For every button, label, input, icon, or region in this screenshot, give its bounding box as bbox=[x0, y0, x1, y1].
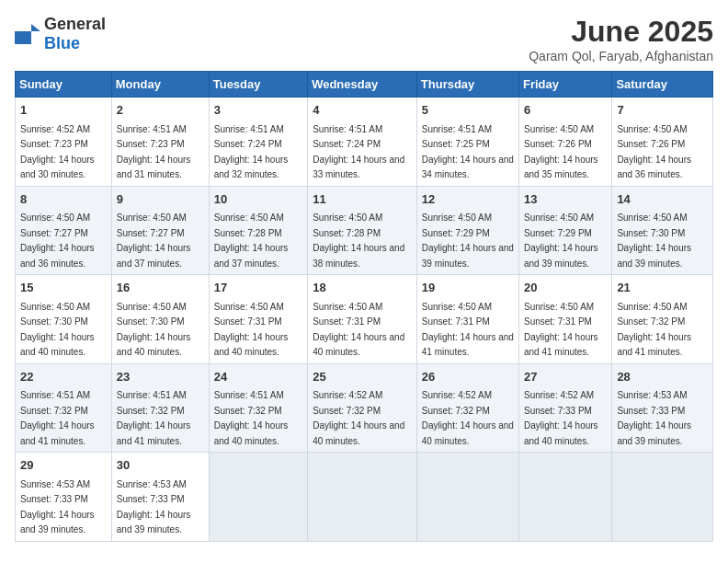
location-subtitle: Qaram Qol, Faryab, Afghanistan bbox=[529, 49, 713, 63]
day-info: Sunrise: 4:51 AMSunset: 7:32 PMDaylight:… bbox=[20, 390, 95, 446]
day-number: 29 bbox=[20, 456, 107, 475]
day-number: 15 bbox=[20, 279, 107, 297]
day-number: 28 bbox=[617, 368, 708, 386]
day-info: Sunrise: 4:50 AMSunset: 7:31 PMDaylight:… bbox=[313, 302, 404, 358]
day-number: 9 bbox=[117, 190, 204, 209]
calendar-week-2: 8 Sunrise: 4:50 AMSunset: 7:27 PMDayligh… bbox=[16, 186, 713, 275]
day-info: Sunrise: 4:50 AMSunset: 7:31 PMDaylight:… bbox=[214, 302, 289, 358]
day-info: Sunrise: 4:50 AMSunset: 7:26 PMDaylight:… bbox=[617, 124, 691, 180]
header: General Blue June 2025 Qaram Qol, Faryab… bbox=[15, 15, 713, 63]
day-number: 8 bbox=[20, 190, 107, 209]
day-info: Sunrise: 4:52 AMSunset: 7:32 PMDaylight:… bbox=[313, 390, 404, 446]
calendar-cell: 23 Sunrise: 4:51 AMSunset: 7:32 PMDaylig… bbox=[111, 363, 209, 453]
day-info: Sunrise: 4:50 AMSunset: 7:29 PMDaylight:… bbox=[422, 213, 514, 269]
day-number: 25 bbox=[313, 368, 412, 386]
day-number: 18 bbox=[313, 279, 412, 297]
day-info: Sunrise: 4:50 AMSunset: 7:28 PMDaylight:… bbox=[214, 213, 289, 269]
day-info: Sunrise: 4:50 AMSunset: 7:27 PMDaylight:… bbox=[20, 213, 95, 269]
header-monday: Monday bbox=[111, 72, 209, 98]
calendar-week-5: 29 Sunrise: 4:53 AMSunset: 7:33 PMDaylig… bbox=[16, 453, 713, 542]
day-info: Sunrise: 4:50 AMSunset: 7:32 PMDaylight:… bbox=[617, 302, 691, 358]
calendar-cell: 27 Sunrise: 4:52 AMSunset: 7:33 PMDaylig… bbox=[518, 363, 611, 453]
day-info: Sunrise: 4:51 AMSunset: 7:24 PMDaylight:… bbox=[313, 124, 404, 180]
calendar-cell: 26 Sunrise: 4:52 AMSunset: 7:32 PMDaylig… bbox=[416, 363, 518, 453]
day-number: 17 bbox=[214, 279, 302, 297]
calendar-cell: 19 Sunrise: 4:50 AMSunset: 7:31 PMDaylig… bbox=[416, 275, 518, 364]
logo-icon bbox=[15, 24, 40, 44]
calendar-cell: 7 Sunrise: 4:50 AMSunset: 7:26 PMDayligh… bbox=[612, 98, 713, 187]
day-number: 16 bbox=[117, 279, 204, 297]
calendar-cell bbox=[612, 453, 713, 542]
calendar-cell bbox=[416, 453, 518, 542]
day-number: 14 bbox=[617, 190, 708, 209]
calendar-cell: 5 Sunrise: 4:51 AMSunset: 7:25 PMDayligh… bbox=[416, 98, 518, 187]
day-info: Sunrise: 4:52 AMSunset: 7:33 PMDaylight:… bbox=[524, 390, 598, 446]
day-number: 4 bbox=[313, 101, 412, 120]
title-area: June 2025 Qaram Qol, Faryab, Afghanistan bbox=[529, 15, 713, 63]
day-number: 24 bbox=[214, 368, 302, 386]
calendar-cell: 1 Sunrise: 4:52 AMSunset: 7:23 PMDayligh… bbox=[16, 98, 112, 187]
header-sunday: Sunday bbox=[16, 72, 112, 98]
day-info: Sunrise: 4:50 AMSunset: 7:29 PMDaylight:… bbox=[524, 213, 598, 269]
calendar-cell: 12 Sunrise: 4:50 AMSunset: 7:29 PMDaylig… bbox=[416, 186, 518, 275]
calendar-cell: 9 Sunrise: 4:50 AMSunset: 7:27 PMDayligh… bbox=[111, 186, 209, 275]
header-tuesday: Tuesday bbox=[209, 72, 307, 98]
calendar-title: June 2025 bbox=[529, 15, 713, 49]
logo: General Blue bbox=[15, 15, 106, 53]
header-friday: Friday bbox=[518, 72, 611, 98]
calendar-cell: 18 Sunrise: 4:50 AMSunset: 7:31 PMDaylig… bbox=[308, 275, 417, 364]
calendar-cell: 24 Sunrise: 4:51 AMSunset: 7:32 PMDaylig… bbox=[209, 363, 307, 453]
calendar-cell: 22 Sunrise: 4:51 AMSunset: 7:32 PMDaylig… bbox=[16, 363, 112, 453]
calendar-week-4: 22 Sunrise: 4:51 AMSunset: 7:32 PMDaylig… bbox=[16, 363, 713, 453]
day-info: Sunrise: 4:53 AMSunset: 7:33 PMDaylight:… bbox=[617, 390, 691, 446]
logo-text: General Blue bbox=[44, 15, 106, 53]
logo-general: General bbox=[44, 15, 106, 33]
calendar-cell: 11 Sunrise: 4:50 AMSunset: 7:28 PMDaylig… bbox=[308, 186, 417, 275]
calendar-table: SundayMondayTuesdayWednesdayThursdayFrid… bbox=[15, 71, 713, 542]
calendar-header-row: SundayMondayTuesdayWednesdayThursdayFrid… bbox=[16, 72, 713, 98]
calendar-cell: 20 Sunrise: 4:50 AMSunset: 7:31 PMDaylig… bbox=[518, 275, 611, 364]
day-info: Sunrise: 4:50 AMSunset: 7:26 PMDaylight:… bbox=[524, 124, 598, 180]
day-number: 26 bbox=[422, 368, 514, 386]
day-number: 10 bbox=[214, 190, 302, 209]
calendar-cell: 13 Sunrise: 4:50 AMSunset: 7:29 PMDaylig… bbox=[518, 186, 611, 275]
day-info: Sunrise: 4:52 AMSunset: 7:23 PMDaylight:… bbox=[20, 124, 95, 180]
calendar-week-1: 1 Sunrise: 4:52 AMSunset: 7:23 PMDayligh… bbox=[16, 98, 713, 187]
svg-marker-1 bbox=[31, 24, 40, 31]
calendar-cell bbox=[209, 453, 307, 542]
header-saturday: Saturday bbox=[612, 72, 713, 98]
day-info: Sunrise: 4:51 AMSunset: 7:32 PMDaylight:… bbox=[117, 390, 191, 446]
day-info: Sunrise: 4:51 AMSunset: 7:23 PMDaylight:… bbox=[117, 124, 191, 180]
calendar-cell bbox=[518, 453, 611, 542]
calendar-cell: 8 Sunrise: 4:50 AMSunset: 7:27 PMDayligh… bbox=[16, 186, 112, 275]
day-info: Sunrise: 4:50 AMSunset: 7:27 PMDaylight:… bbox=[117, 213, 191, 269]
day-number: 22 bbox=[20, 368, 107, 386]
day-number: 20 bbox=[524, 279, 607, 297]
day-number: 3 bbox=[214, 101, 302, 120]
day-info: Sunrise: 4:53 AMSunset: 7:33 PMDaylight:… bbox=[20, 479, 95, 535]
day-number: 27 bbox=[524, 368, 607, 386]
calendar-cell: 10 Sunrise: 4:50 AMSunset: 7:28 PMDaylig… bbox=[209, 186, 307, 275]
logo-blue: Blue bbox=[44, 34, 80, 52]
day-number: 30 bbox=[117, 456, 204, 475]
day-number: 23 bbox=[117, 368, 204, 386]
day-info: Sunrise: 4:51 AMSunset: 7:25 PMDaylight:… bbox=[422, 124, 514, 180]
calendar-cell: 6 Sunrise: 4:50 AMSunset: 7:26 PMDayligh… bbox=[518, 98, 611, 187]
day-info: Sunrise: 4:51 AMSunset: 7:32 PMDaylight:… bbox=[214, 390, 289, 446]
day-info: Sunrise: 4:50 AMSunset: 7:30 PMDaylight:… bbox=[117, 302, 191, 358]
day-info: Sunrise: 4:50 AMSunset: 7:31 PMDaylight:… bbox=[524, 302, 598, 358]
calendar-cell: 17 Sunrise: 4:50 AMSunset: 7:31 PMDaylig… bbox=[209, 275, 307, 364]
day-number: 11 bbox=[313, 190, 412, 209]
day-number: 2 bbox=[117, 101, 204, 120]
calendar-cell: 4 Sunrise: 4:51 AMSunset: 7:24 PMDayligh… bbox=[308, 98, 417, 187]
calendar-cell: 15 Sunrise: 4:50 AMSunset: 7:30 PMDaylig… bbox=[16, 275, 112, 364]
day-info: Sunrise: 4:50 AMSunset: 7:31 PMDaylight:… bbox=[422, 302, 514, 358]
day-number: 6 bbox=[524, 101, 607, 120]
calendar-cell: 29 Sunrise: 4:53 AMSunset: 7:33 PMDaylig… bbox=[16, 453, 112, 542]
day-info: Sunrise: 4:50 AMSunset: 7:28 PMDaylight:… bbox=[313, 213, 404, 269]
header-thursday: Thursday bbox=[416, 72, 518, 98]
day-number: 13 bbox=[524, 190, 607, 209]
day-number: 19 bbox=[422, 279, 514, 297]
day-info: Sunrise: 4:50 AMSunset: 7:30 PMDaylight:… bbox=[20, 302, 95, 358]
calendar-week-3: 15 Sunrise: 4:50 AMSunset: 7:30 PMDaylig… bbox=[16, 275, 713, 364]
